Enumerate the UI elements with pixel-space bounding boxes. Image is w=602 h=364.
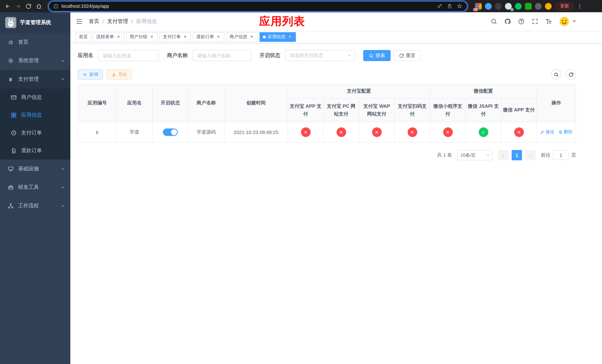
active-tab-dot xyxy=(263,35,266,38)
main-area: 首页 / 支付管理 / 应用信息 应用列表 xyxy=(70,12,602,364)
fullscreen-icon[interactable] xyxy=(531,18,539,25)
extension-icon-4[interactable]: 1 xyxy=(505,3,512,10)
edit-button[interactable]: 修改 xyxy=(540,129,554,135)
extension-icon-6[interactable] xyxy=(525,3,532,10)
toggle-search-button[interactable] xyxy=(551,69,561,80)
cell-status xyxy=(152,122,188,142)
help-icon[interactable] xyxy=(517,18,525,25)
tab-pay-order[interactable]: 支付订单× xyxy=(160,32,191,42)
breadcrumb-payment[interactable]: 支付管理 xyxy=(107,18,128,25)
goto-suffix: 页 xyxy=(571,152,576,159)
browser-menu-button[interactable] xyxy=(575,1,583,11)
prev-page-button[interactable]: ‹ xyxy=(498,150,508,160)
browser-toolbar: localhost:1024/pay/app 10 1 xyxy=(0,0,602,12)
extension-icon-3[interactable] xyxy=(495,3,502,10)
document-icon xyxy=(10,148,17,154)
breadcrumb-home[interactable]: 首页 xyxy=(89,18,99,25)
font-size-icon[interactable] xyxy=(545,18,552,25)
breadcrumb-separator: / xyxy=(103,19,104,24)
extension-icon-1[interactable]: 10 xyxy=(475,3,482,10)
add-button[interactable]: 新增 xyxy=(78,69,103,80)
col-app-name: 应用名 xyxy=(117,84,152,122)
user-avatar[interactable] xyxy=(559,16,576,27)
alipay-pc-status-icon: ✕ xyxy=(336,127,346,137)
tab-close-icon[interactable]: × xyxy=(287,34,292,39)
tab-app-info[interactable]: 应用信息× xyxy=(259,32,296,42)
extension-icon-2[interactable] xyxy=(485,3,492,10)
sidebar-subitem-pay-order[interactable]: 支付订单 xyxy=(0,124,70,142)
browser-back-button[interactable] xyxy=(3,1,13,11)
status-select[interactable]: 请选择开启状态 xyxy=(285,50,355,61)
table-toolbar: 新增 导出 xyxy=(78,69,576,80)
breadcrumb-current: 应用信息 xyxy=(136,18,157,25)
goto-page: 前往 页 xyxy=(541,150,576,160)
top-navbar: 首页 / 支付管理 / 应用信息 应用列表 xyxy=(70,12,602,31)
tab-refund-order[interactable]: 退款订单× xyxy=(193,32,224,42)
card-icon xyxy=(10,94,17,101)
reset-button[interactable]: 重置 xyxy=(394,50,421,61)
search-button[interactable]: 搜索 xyxy=(363,50,391,61)
col-alipay-pc: 支付宝 PC 网站支付 xyxy=(323,98,359,122)
next-page-button[interactable]: › xyxy=(525,150,536,160)
page-size-select[interactable]: 10条/页 xyxy=(457,150,493,160)
export-button[interactable]: 导出 xyxy=(107,69,132,80)
goto-prefix: 前往 xyxy=(541,152,550,159)
tab-merchant-info[interactable]: 商户信息× xyxy=(226,32,258,42)
tab-user-group[interactable]: 用户分组× xyxy=(126,32,158,42)
app-name-input[interactable] xyxy=(98,50,159,61)
grid-icon xyxy=(10,112,17,118)
sidebar-subitem-refund-order[interactable]: 退款订单 xyxy=(0,142,70,160)
wechat-jsapi-status-icon: ✓ xyxy=(479,127,488,137)
tab-process-form[interactable]: 流程表单× xyxy=(93,32,124,42)
sidebar-item-workflow[interactable]: 工作流程 xyxy=(0,197,70,215)
goto-page-input[interactable] xyxy=(553,150,569,160)
col-alipay-app: 支付宝 APP 支付 xyxy=(288,98,323,122)
sidebar-item-payment-mgmt[interactable]: ¥ 支付管理 xyxy=(0,70,70,88)
header-search-icon[interactable] xyxy=(490,18,498,25)
sidebar-item-home[interactable]: 首页 xyxy=(0,33,70,52)
password-key-icon[interactable] xyxy=(437,3,442,9)
page-title: 应用列表 xyxy=(259,14,305,29)
col-alipay-wap: 支付宝 WAP 网站支付 xyxy=(359,98,395,122)
page-1-button[interactable]: 1 xyxy=(512,150,522,160)
merchant-name-input[interactable] xyxy=(192,50,251,61)
browser-forward-button[interactable] xyxy=(13,1,23,11)
browser-reload-button[interactable] xyxy=(24,1,33,11)
total-count: 共 1 条 xyxy=(437,152,452,159)
url-text: localhost:1024/pay/app xyxy=(62,3,434,9)
tab-close-icon[interactable]: × xyxy=(149,34,154,39)
sidebar-subitem-merchant-info[interactable]: 商户信息 xyxy=(0,88,70,106)
address-bar[interactable]: localhost:1024/pay/app xyxy=(49,1,467,11)
tab-close-icon[interactable]: × xyxy=(116,34,121,39)
sidebar-item-dev-tools[interactable]: 研发工具 xyxy=(0,178,70,197)
status-toggle[interactable] xyxy=(163,128,178,136)
pagination: 共 1 条 10条/页 ‹ 1 › 前往 页 xyxy=(78,150,576,160)
sidebar-item-system-mgmt[interactable]: 系统管理 xyxy=(0,52,70,70)
alipay-qr-status-icon: ✕ xyxy=(408,127,417,137)
share-icon[interactable] xyxy=(447,3,452,9)
site-info-icon[interactable] xyxy=(53,3,58,9)
sidebar-item-infrastructure[interactable]: 基础设施 xyxy=(0,160,70,178)
navbar-actions xyxy=(490,16,576,27)
browser-home-button[interactable] xyxy=(34,1,44,11)
tab-home[interactable]: 首页 xyxy=(75,32,91,42)
tab-close-icon[interactable]: × xyxy=(183,34,188,39)
extension-icon-5[interactable] xyxy=(515,3,522,10)
pager: ‹ 1 › xyxy=(498,150,536,160)
sidebar-toggle-button[interactable] xyxy=(75,17,84,26)
search-form: 应用名 商户名称 开启状态 请选择开启状态 xyxy=(78,50,576,61)
refresh-table-button[interactable] xyxy=(566,69,576,80)
browser-update-button[interactable]: 更新 xyxy=(555,2,574,10)
extension-icon-7[interactable] xyxy=(535,3,542,10)
delete-button[interactable]: 删除 xyxy=(558,129,573,135)
screen: localhost:1024/pay/app 10 1 xyxy=(0,0,602,364)
col-actions: 操作 xyxy=(537,84,576,122)
github-icon[interactable] xyxy=(504,18,511,25)
bookmark-star-icon[interactable] xyxy=(457,3,462,9)
extension-icon-8[interactable] xyxy=(545,3,552,10)
sidebar-subitem-app-info[interactable]: 应用信息 xyxy=(0,106,70,124)
tab-close-icon[interactable]: × xyxy=(249,34,254,39)
table-row: 6 芋道 芋道源码 2021-10-23 08:49:25 ✕ ✕ ✕ ✕ ✕ … xyxy=(78,122,576,142)
chevron-down-icon xyxy=(61,204,65,208)
tab-close-icon[interactable]: × xyxy=(216,34,221,39)
